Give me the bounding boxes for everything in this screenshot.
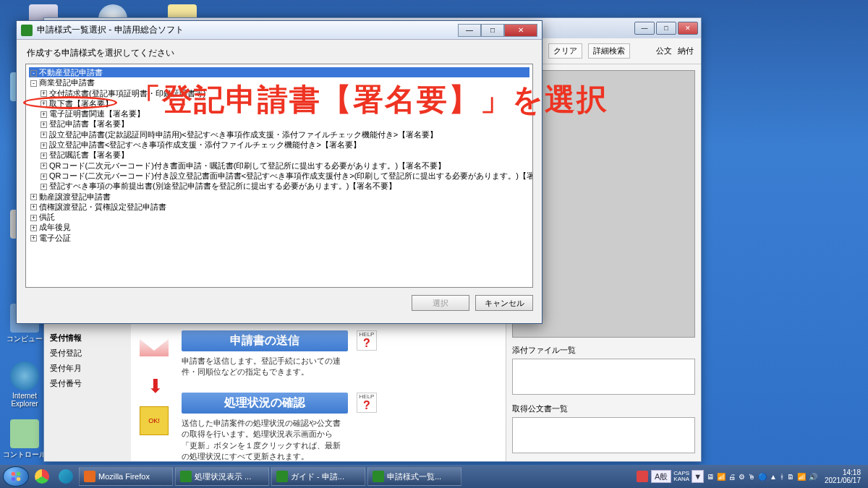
svg-point-1 — [17, 472, 20, 476]
section-status-title: 処理状況の確認 — [182, 393, 348, 414]
desktop-icon[interactable]: コントロール — [3, 419, 46, 460]
form-tree[interactable]: -不動産登記申請書-商業登記申請書+交付請求書(登記事項証明書・印鑑証明書等)+… — [25, 64, 533, 288]
tray-icon[interactable]: 📶 — [717, 473, 726, 481]
arrow-down-icon: ⬇ — [140, 375, 171, 398]
tray-icon[interactable]: ▲ — [770, 473, 777, 481]
ok-icon: OK! — [140, 406, 169, 435]
document-list[interactable] — [512, 417, 695, 453]
tray-icon[interactable]: 🖥 — [707, 473, 714, 481]
minimize-button[interactable]: — — [458, 24, 481, 37]
attachment-list[interactable] — [512, 359, 695, 395]
taskbar-item[interactable]: 申請様式一覧... — [367, 467, 461, 486]
tree-item[interactable]: +登記申請書【署名要】 — [39, 119, 529, 129]
tree-item[interactable]: +設立登記申請書<登記すべき事項作成支援・添付ファイルチェック機能付き>【署名要… — [39, 140, 529, 150]
close-button[interactable]: ✕ — [678, 22, 698, 35]
help-button[interactable]: HELP? — [357, 330, 377, 351]
tree-item[interactable]: +取下書【署名要】 — [39, 98, 529, 108]
svg-point-3 — [17, 477, 20, 481]
tree-item[interactable]: +電子証明書関連【署名要】 — [39, 108, 529, 119]
desktop-icon-ie[interactable]: Internet Explorer — [3, 361, 46, 408]
cancel-button[interactable]: キャンセル — [475, 295, 533, 311]
tray-icon[interactable]: 🗎 — [787, 473, 794, 481]
tree-item[interactable]: -不動産登記申請書 — [29, 67, 529, 77]
taskbar-item[interactable]: 処理状況表示 ... — [175, 467, 269, 486]
tray-icon[interactable]: ⚙ — [739, 473, 745, 481]
tray-icon[interactable]: 🖱 — [748, 473, 755, 481]
app-icon — [21, 25, 33, 36]
tray-icon[interactable]: ᚼ — [780, 473, 784, 481]
tree-item[interactable]: +債権譲渡登記・質権設定登記申請書 — [29, 202, 529, 212]
tree-item[interactable]: -商業登記申請書 — [29, 77, 529, 87]
clock[interactable]: 14:18 2021/06/17 — [820, 468, 865, 484]
svg-point-2 — [12, 477, 15, 481]
tray-icon[interactable] — [637, 471, 648, 482]
tree-item[interactable]: +QRコード(二次元バーコード)付き書面申請・嘱託書(印刷して登記所に提出する必… — [39, 160, 529, 171]
tree-item[interactable]: +設立登記申請書(定款認証同時申請用)<登記すべき事項作成支援・添付ファイルチェ… — [39, 129, 529, 140]
minimize-button[interactable]: — — [634, 22, 655, 35]
tray-icon[interactable]: 🔵 — [758, 473, 767, 481]
help-button[interactable]: HELP? — [357, 393, 377, 413]
start-button[interactable] — [3, 466, 29, 487]
close-button[interactable]: ✕ — [504, 24, 537, 37]
maximize-button[interactable]: □ — [481, 24, 504, 37]
tray-icon[interactable]: 🔊 — [809, 473, 817, 481]
taskbar: Mozilla Firefox処理状況表示 ...ガイド - 申請...申請様式… — [0, 465, 868, 488]
edge-icon[interactable] — [55, 466, 77, 487]
tree-item[interactable]: +動産譲渡登記申請書 — [29, 192, 529, 202]
toolbar-clear[interactable]: クリア — [548, 43, 582, 59]
taskbar-item[interactable]: Mozilla Firefox — [79, 467, 173, 486]
tray-icon[interactable]: 🖨 — [728, 473, 736, 481]
toolbar-detail-search[interactable]: 詳細検索 — [588, 43, 630, 59]
tray-icon[interactable]: 📶 — [797, 473, 806, 481]
tree-item[interactable]: +登記すべき事項の事前提出書(別途登記申請書を登記所に提出する必要があります。)… — [39, 181, 529, 191]
document-list-label: 取得公文書一覧 — [512, 403, 695, 414]
taskbar-item[interactable]: ガイド - 申請... — [271, 467, 365, 486]
mail-icon — [140, 333, 169, 362]
dialog-instruction: 作成する申請様式を選択してください — [17, 40, 542, 64]
tree-item[interactable]: +登記嘱託書【署名要】 — [39, 150, 529, 160]
system-tray[interactable]: A般 CAPSKANA ▼ 🖥 📶 🖨 ⚙ 🖱 🔵 ▲ ᚼ 🗎 📶 🔊 14:1… — [637, 468, 865, 484]
maximize-button[interactable]: □ — [656, 22, 676, 35]
tree-item[interactable]: +成年後見 — [29, 222, 529, 232]
select-button[interactable]: 選択 — [412, 295, 469, 311]
svg-point-0 — [12, 472, 15, 476]
tree-item[interactable]: +供託 — [29, 212, 529, 222]
tree-item[interactable]: +交付請求書(登記事項証明書・印鑑証明書等) — [39, 88, 529, 98]
tree-item[interactable]: +電子公証 — [29, 233, 529, 243]
tree-item[interactable]: +QRコード(二次元バーコード)付き設立登記書面申請書<登記すべき事項作成支援付… — [39, 171, 529, 181]
attachment-list-label: 添付ファイル一覧 — [512, 345, 695, 356]
section-send-title: 申請書の送信 — [182, 330, 348, 351]
form-select-dialog: 申請様式一覧選択 - 申請用総合ソフト — □ ✕ 作成する申請様式を選択してく… — [16, 20, 542, 324]
chrome-icon[interactable] — [31, 466, 53, 487]
dialog-title: 申請様式一覧選択 - 申請用総合ソフト — [37, 24, 454, 36]
